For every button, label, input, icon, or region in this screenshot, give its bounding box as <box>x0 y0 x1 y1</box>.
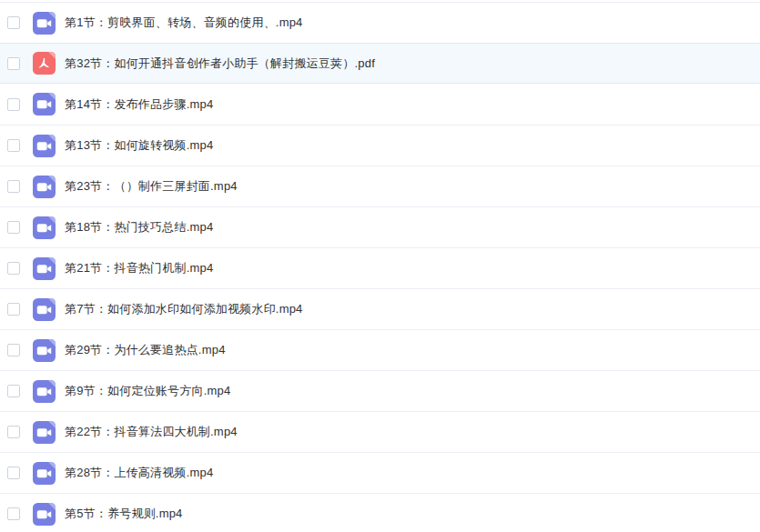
row-checkbox[interactable] <box>7 221 20 234</box>
file-row-2[interactable]: 第32节：如何开通抖音创作者小助手（解封搬运豆荚）.pdf <box>0 43 760 84</box>
row-checkbox[interactable] <box>7 262 20 275</box>
file-row-10[interactable]: 第9节：如何定位账号方向.mp4 <box>0 370 760 411</box>
video-file-icon <box>33 503 56 526</box>
file-name-label: 第23节：（）制作三屏封面.mp4 <box>65 178 238 195</box>
row-checkbox[interactable] <box>7 57 20 70</box>
file-row-9[interactable]: 第29节：为什么要追热点.mp4 <box>0 329 760 370</box>
file-name-label: 第7节：如何添加水印如何添加视频水印.mp4 <box>65 301 303 317</box>
file-name-label: 第32节：如何开通抖音创作者小助手（解封搬运豆荚）.pdf <box>65 55 375 72</box>
file-row-1[interactable]: 第1节：剪映界面、转场、音频的使用、.mp4 <box>0 2 760 43</box>
video-file-icon <box>33 462 56 485</box>
row-checkbox[interactable] <box>7 98 20 111</box>
row-checkbox[interactable] <box>7 139 20 152</box>
file-name-label: 第29节：为什么要追热点.mp4 <box>65 342 226 358</box>
file-name-label: 第9节：如何定位账号方向.mp4 <box>65 383 230 399</box>
video-file-icon <box>33 216 56 239</box>
file-name-label: 第14节：发布作品步骤.mp4 <box>65 96 213 113</box>
file-list: 第1节：剪映界面、转场、音频的使用、.mp4 第32节：如何开通抖音创作者小助手… <box>0 0 760 532</box>
video-file-icon <box>33 93 56 115</box>
row-checkbox[interactable] <box>7 507 20 520</box>
video-file-icon <box>33 339 56 362</box>
file-row-5[interactable]: 第23节：（）制作三屏封面.mp4 <box>0 166 760 206</box>
video-file-icon <box>33 257 56 280</box>
video-file-icon <box>33 12 56 35</box>
file-row-13[interactable]: 第5节：养号规则.mp4 <box>0 493 760 532</box>
file-row-6[interactable]: 第18节：热门技巧总结.mp4 <box>0 206 760 247</box>
file-row-12[interactable]: 第28节：上传高清视频.mp4 <box>0 452 760 493</box>
video-file-icon <box>33 298 56 321</box>
file-row-7[interactable]: 第21节：抖音热门机制.mp4 <box>0 247 760 288</box>
file-name-label: 第28节：上传高清视频.mp4 <box>65 465 213 481</box>
file-row-11[interactable]: 第22节：抖音算法四大机制.mp4 <box>0 411 760 452</box>
row-checkbox[interactable] <box>7 426 20 438</box>
file-name-label: 第18节：热门技巧总结.mp4 <box>65 219 213 236</box>
row-checkbox[interactable] <box>7 344 20 356</box>
video-file-icon <box>33 380 56 403</box>
row-checkbox[interactable] <box>7 180 20 193</box>
file-row-4[interactable]: 第13节：如何旋转视频.mp4 <box>0 125 760 166</box>
file-name-label: 第5节：养号规则.mp4 <box>65 506 183 522</box>
row-checkbox[interactable] <box>7 303 20 316</box>
video-file-icon <box>33 176 56 198</box>
file-name-label: 第13节：如何旋转视频.mp4 <box>65 137 213 154</box>
row-checkbox[interactable] <box>7 385 20 397</box>
pdf-file-icon <box>33 52 56 75</box>
file-name-label: 第21节：抖音热门机制.mp4 <box>65 260 213 276</box>
video-file-icon <box>33 135 56 157</box>
file-row-3[interactable]: 第14节：发布作品步骤.mp4 <box>0 84 760 125</box>
file-name-label: 第22节：抖音算法四大机制.mp4 <box>65 424 238 440</box>
file-name-label: 第1节：剪映界面、转场、音频的使用、.mp4 <box>65 15 303 31</box>
file-row-8[interactable]: 第7节：如何添加水印如何添加视频水印.mp4 <box>0 288 760 329</box>
row-checkbox[interactable] <box>7 16 20 29</box>
row-checkbox[interactable] <box>7 467 20 479</box>
video-file-icon <box>33 421 56 444</box>
